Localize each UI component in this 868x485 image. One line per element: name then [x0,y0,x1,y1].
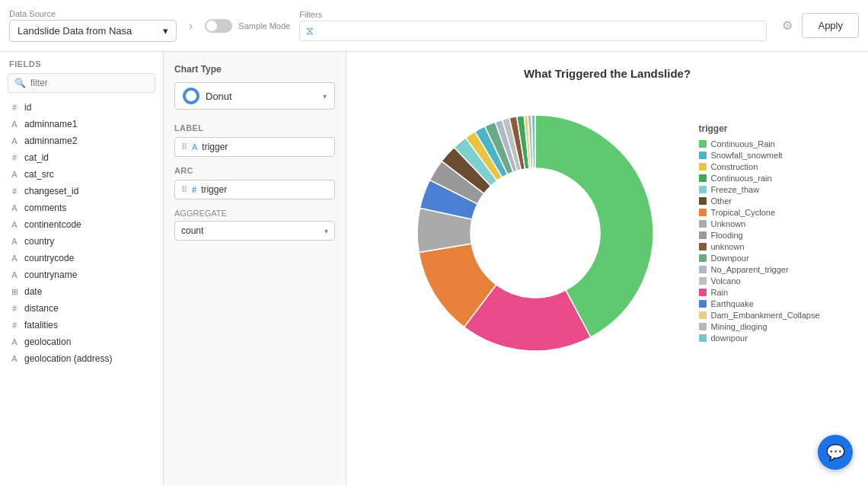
field-name-label: cat_id [24,152,49,163]
legend-item: Freeze_thaw [699,185,821,194]
settings-icon[interactable]: ⚙ [782,18,793,33]
legend-item-label: unknown [711,242,745,251]
text-type-icon: A [9,170,20,179]
legend-item: unknown [699,242,821,251]
aggregate-value: count [181,225,203,236]
legend-color-dot [699,163,707,171]
legend-item-label: Freeze_thaw [711,185,760,194]
legend-item: Tropical_Cyclone [699,208,821,217]
field-name-label: id [24,102,31,113]
chevron-down-icon: ▾ [163,25,168,37]
field-item[interactable]: Acat_src [0,166,163,183]
datasource-section: Data Source Landslide Data from Nasa ▾ [9,9,177,42]
legend-color-dot [699,209,707,216]
legend-item-label: Tropical_Cyclone [711,208,776,217]
field-item[interactable]: Acountry [0,233,163,250]
legend-item-label: Construction [711,162,758,171]
label-config-header: Label [174,123,335,132]
donut-svg [394,92,676,374]
filter-section: Filters ⧖ [299,10,767,41]
legend-item-label: Earthquake [711,299,754,308]
field-item[interactable]: #distance [0,300,163,317]
legend-color-dot [699,152,707,159]
legend-item: Rain [699,288,821,297]
hash-icon: # [192,185,196,194]
field-item[interactable]: #cat_id [0,149,163,166]
legend-item: Other [699,196,821,206]
field-name-label: adminname1 [24,119,77,129]
aggregate-select[interactable]: count ▾ [174,221,335,241]
filter-bar[interactable]: ⧖ [299,21,767,41]
field-item[interactable]: #changeset_id [0,183,163,199]
legend-color-dot [699,289,707,296]
chart-type-select[interactable]: Donut ▾ [174,82,335,110]
top-bar: Data Source Landslide Data from Nasa ▾ ›… [0,0,868,52]
field-name-label: cat_src [24,169,54,180]
legend-item: Continuous_Rain [699,139,821,148]
apply-button[interactable]: Apply [802,13,859,38]
legend: trigger Continuous_RainSnowfall_snowmelt… [699,123,821,343]
field-item[interactable]: Acomments [0,199,163,216]
legend-color-dot [699,186,707,193]
datasource-select[interactable]: Landslide Data from Nasa ▾ [9,20,177,42]
svg-point-1 [187,92,195,100]
fields-filter-input[interactable] [30,78,148,88]
search-icon: 🔍 [14,78,26,88]
field-name-label: distance [24,303,59,314]
field-item[interactable]: Acountryname [0,266,163,283]
donut-icon [183,88,199,104]
fields-search[interactable]: 🔍 [8,73,155,93]
chart-type-title: Chart Type [174,64,335,75]
field-name-label: changeset_id [24,186,78,196]
text-type-icon: A [9,237,20,246]
hash-type-icon: # [9,103,20,112]
fields-header: FIELDS [0,52,163,73]
legend-item-label: Dam_Embankment_Collapse [711,311,820,320]
field-item[interactable]: Aadminname2 [0,132,163,149]
legend-item-label: Snowfall_snowmelt [711,151,783,160]
text-type-icon: A [9,136,20,145]
legend-item-label: Volcano [711,276,741,286]
legend-item: downpour [699,333,821,343]
field-item[interactable]: Acountrycode [0,250,163,266]
arc-field-pill[interactable]: ⠿ # trigger [174,180,335,199]
chart-type-left: Donut [183,88,232,104]
legend-item-label: Continuous_Rain [711,139,775,148]
legend-color-dot [699,254,707,262]
chat-icon: 💬 [826,443,845,461]
field-item[interactable]: #id [0,99,163,116]
legend-item-label: Rain [711,288,729,297]
legend-item: No_Apparent_trigger [699,265,821,274]
legend-item-label: Other [711,196,732,206]
sample-mode-toggle[interactable] [205,19,232,33]
field-item[interactable]: Ageolocation (address) [0,350,163,367]
field-name-label: country [24,236,54,247]
text-type-icon: A [9,220,20,229]
sample-mode-toggle-wrap: Sample Mode [205,19,290,33]
legend-title: trigger [699,123,821,134]
hash-type-icon: # [9,321,20,330]
legend-color-dot [699,266,707,273]
hash-type-icon: # [9,187,20,196]
legend-item-label: Mining_dioging [711,322,767,331]
text-type-icon: A [9,203,20,212]
chart-type-value: Donut [206,91,232,102]
field-item[interactable]: Acontinentcode [0,216,163,233]
label-field-pill[interactable]: ⠿ A trigger [174,137,335,157]
field-item[interactable]: #fatalities [0,317,163,333]
chart-area: What Triggered the Landslide? trigger Co… [346,52,868,485]
field-item[interactable]: Ageolocation [0,333,163,350]
legend-item-label: No_Apparent_trigger [711,265,789,274]
text-type-icon: A [9,270,20,279]
legend-item-label: Downpour [711,254,749,263]
drag-dots: ⠿ [181,142,187,152]
field-item[interactable]: ⊞date [0,283,163,300]
legend-item: Earthquake [699,299,821,308]
legend-item: Unknown [699,219,821,228]
field-name-label: continentcode [24,219,81,230]
chat-button[interactable]: 💬 [818,435,853,470]
datasource-label: Data Source [9,9,177,18]
field-item[interactable]: Aadminname1 [0,116,163,132]
drag-dots2: ⠿ [181,185,187,195]
field-name-label: countrycode [24,253,74,263]
